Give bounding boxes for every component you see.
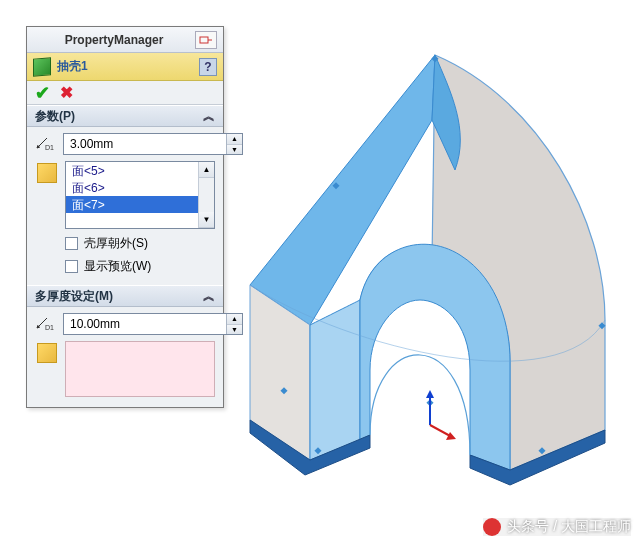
spin-up-button[interactable]: ▲ (227, 314, 242, 325)
multi-thickness-header[interactable]: 多厚度设定(M) ︽ (27, 285, 223, 307)
multi-thickness-dimension-icon: D1 (35, 313, 57, 333)
multi-thickness-spinner: ▲ ▼ (226, 314, 242, 334)
listbox-scrollbar[interactable]: ▲ ▼ (198, 162, 214, 228)
multi-faces-listbox[interactable] (65, 341, 215, 397)
params-section-body: D1 ▲ ▼ 面<5> 面<6> 面<7> (27, 127, 223, 285)
scroll-down-button[interactable]: ▼ (199, 212, 214, 228)
svg-rect-11 (200, 37, 208, 43)
chevron-up-icon: ︽ (203, 288, 215, 305)
cancel-button[interactable]: ✖ (60, 85, 73, 101)
svg-marker-8 (426, 390, 434, 398)
scroll-track[interactable] (199, 178, 214, 212)
confirm-row: ✔ ✖ (27, 81, 223, 105)
multi-thickness-input[interactable] (64, 314, 226, 334)
watermark-logo-icon (483, 518, 501, 536)
multi-faces-icon (35, 341, 59, 365)
panel-title: PropertyManager (33, 33, 195, 47)
svg-marker-10 (446, 432, 456, 440)
watermark-text: 头条号 / 大国工程师 (507, 518, 631, 536)
params-section-header[interactable]: 参数(P) ︽ (27, 105, 223, 127)
show-preview-checkbox[interactable] (65, 260, 78, 273)
faces-listbox[interactable]: 面<5> 面<6> 面<7> ▲ ▼ (65, 161, 215, 229)
property-manager-panel: PropertyManager 抽壳1 ? ✔ ✖ 参数(P) ︽ D1 (26, 26, 224, 408)
spin-down-button[interactable]: ▼ (227, 325, 242, 335)
shell-feature-icon (33, 57, 51, 76)
multi-thickness-body: D1 ▲ ▼ (27, 307, 223, 407)
watermark: 头条号 / 大国工程师 (483, 518, 631, 536)
multi-thickness-input-wrap: ▲ ▼ (63, 313, 243, 335)
scroll-up-button[interactable]: ▲ (199, 162, 214, 178)
help-button[interactable]: ? (199, 58, 217, 76)
list-item[interactable]: 面<7> (66, 196, 198, 213)
show-preview-row: 显示预览(W) (35, 258, 215, 275)
ok-button[interactable]: ✔ (35, 84, 50, 102)
chevron-up-icon: ︽ (203, 108, 215, 125)
shell-outward-label: 壳厚朝外(S) (84, 235, 148, 252)
thickness-input-wrap: ▲ ▼ (63, 133, 243, 155)
pin-icon[interactable] (195, 31, 217, 49)
panel-header: PropertyManager (27, 27, 223, 53)
params-header-label: 参数(P) (35, 108, 75, 125)
spin-down-button[interactable]: ▼ (227, 145, 242, 155)
thickness-spinner: ▲ ▼ (226, 134, 242, 154)
multi-thickness-label: 多厚度设定(M) (35, 288, 113, 305)
spin-up-button[interactable]: ▲ (227, 134, 242, 145)
list-item[interactable]: 面<6> (66, 179, 198, 196)
svg-text:D1: D1 (45, 324, 54, 331)
thickness-dimension-icon: D1 (35, 133, 57, 153)
shell-outward-row: 壳厚朝外(S) (35, 235, 215, 252)
faces-to-remove-icon (35, 161, 59, 185)
shell-outward-checkbox[interactable] (65, 237, 78, 250)
list-item[interactable]: 面<5> (66, 162, 198, 179)
feature-name-row: 抽壳1 ? (27, 53, 223, 81)
thickness-input[interactable] (64, 134, 226, 154)
show-preview-label: 显示预览(W) (84, 258, 151, 275)
feature-name: 抽壳1 (57, 58, 88, 75)
svg-text:D1: D1 (45, 144, 54, 151)
